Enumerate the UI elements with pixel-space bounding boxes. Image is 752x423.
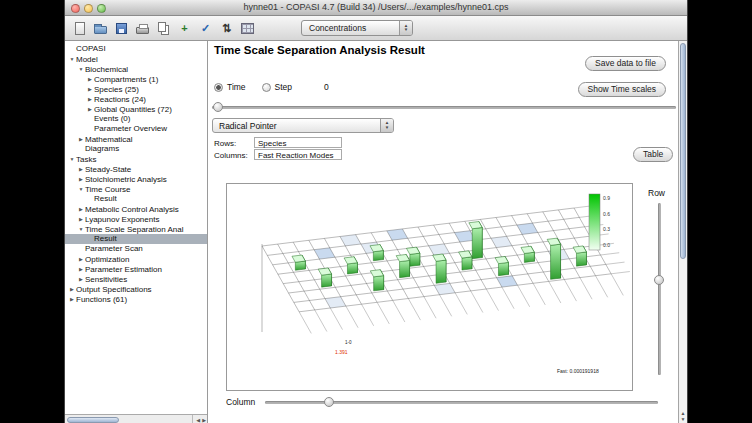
scrollbar-thumb[interactable] <box>67 417 119 423</box>
sidebar: COPASI▼Model▼Biochemical▶Compartments (1… <box>65 41 208 423</box>
disclosure-down-icon[interactable]: ▼ <box>77 224 85 234</box>
save-data-button[interactable]: Save data to file <box>585 56 666 71</box>
sidebar-item-label: Output Specifications <box>76 285 152 294</box>
column-slider[interactable] <box>265 396 658 408</box>
sidebar-item-diagrams[interactable]: Diagrams <box>65 144 207 154</box>
window-vertical-scrollbar[interactable]: ▲▼ <box>678 41 687 423</box>
sidebar-item-label: Functions (61) <box>76 295 127 304</box>
sidebar-item-steady-state[interactable]: ▶Steady-State <box>65 164 207 174</box>
sidebar-item-parameter-overview[interactable]: Parameter Overview <box>65 124 207 134</box>
plot-svg[interactable]: 0.90.60.30.0 1-0 1.391 Fast: 0.000191918 <box>227 184 632 390</box>
disclosure-down-icon[interactable]: ▼ <box>68 54 76 64</box>
column-slider-thumb[interactable] <box>324 397 334 407</box>
scroll-down-icon[interactable]: ▼ <box>681 416 686 422</box>
sidebar-item-parameter-scan[interactable]: Parameter Scan <box>65 244 207 254</box>
titlebar[interactable]: hynne01 - COPASI 4.7 (Build 34) /Users/.… <box>65 0 687 16</box>
disclosure-right-icon[interactable]: ▶ <box>77 204 85 214</box>
time-slider-track[interactable] <box>212 106 676 109</box>
show-time-scales-button[interactable]: Show Time scales <box>578 82 667 97</box>
sidebar-item-lyapunov-exponents[interactable]: ▶Lyapunov Exponents <box>65 214 207 224</box>
scrollbar-arrows[interactable]: ▲▼ <box>679 410 687 422</box>
disclosure-right-icon[interactable]: ▶ <box>77 134 85 144</box>
scroll-left-icon[interactable]: ◀ <box>196 417 200 423</box>
step-radio[interactable] <box>262 83 271 92</box>
sidebar-item-reactions-24[interactable]: ▶Reactions (24) <box>65 94 207 104</box>
page-title: Time Scale Separation Analysis Result <box>214 44 425 56</box>
sidebar-horizontal-scrollbar[interactable]: ◀▶ <box>65 414 207 423</box>
disclosure-down-icon[interactable]: ▼ <box>68 154 76 164</box>
sidebar-item-events-0[interactable]: Events (0) <box>65 114 207 124</box>
scrollbar-thumb[interactable] <box>680 43 686 259</box>
add-icon[interactable]: + <box>176 19 193 37</box>
time-radio-label[interactable]: Time <box>227 82 246 92</box>
row-slider-thumb[interactable] <box>654 275 664 285</box>
sidebar-item-global-quantities-72[interactable]: ▶Global Quantities (72) <box>65 104 207 114</box>
copy-icon[interactable] <box>155 19 172 37</box>
sidebar-item-time-scale-separation-anal[interactable]: ▼Time Scale Separation Anal <box>65 224 207 234</box>
disclosure-right-icon[interactable]: ▶ <box>86 94 94 104</box>
disclosure-right-icon[interactable]: ▶ <box>86 104 94 114</box>
disclosure-down-icon[interactable]: ▼ <box>77 184 85 194</box>
disclosure-right-icon[interactable]: ▶ <box>77 264 85 274</box>
plot-area[interactable]: 0.90.60.30.0 1-0 1.391 Fast: 0.000191918 <box>226 183 633 391</box>
close-button[interactable] <box>71 4 80 13</box>
disclosure-right-icon[interactable]: ▶ <box>77 174 85 184</box>
zoom-button[interactable] <box>97 4 106 13</box>
scrollbar-arrows[interactable]: ◀▶ <box>192 415 206 423</box>
sidebar-item-model[interactable]: ▼Model <box>65 54 207 64</box>
disclosure-right-icon[interactable]: ▶ <box>86 84 94 94</box>
minimize-button[interactable] <box>84 4 93 13</box>
disclosure-right-icon[interactable]: ▶ <box>68 294 76 304</box>
sidebar-item-mathematical[interactable]: ▶Mathematical <box>65 134 207 144</box>
colorbar-legend <box>589 194 600 250</box>
sidebar-item-stoichiometric-analysis[interactable]: ▶Stoichiometric Analysis <box>65 174 207 184</box>
row-slider[interactable] <box>652 203 666 375</box>
result-mode-dropdown[interactable]: Radical Pointer ▲▼ <box>212 118 394 133</box>
sidebar-item-tasks[interactable]: ▼Tasks <box>65 154 207 164</box>
time-slider[interactable] <box>212 101 676 113</box>
sidebar-item-time-course[interactable]: ▼Time Course <box>65 184 207 194</box>
save-icon[interactable] <box>113 19 130 37</box>
dropdown-arrows-icon: ▲▼ <box>380 119 393 132</box>
sidebar-item-metabolic-control-analysis[interactable]: ▶Metabolic Control Analysis <box>65 204 207 214</box>
table-button[interactable]: Table <box>633 147 673 162</box>
sidebar-item-optimization[interactable]: ▶Optimization <box>65 254 207 264</box>
sort-arrows-icon[interactable]: ⇅ <box>218 19 235 37</box>
disclosure-down-icon[interactable]: ▼ <box>77 64 85 74</box>
window-controls <box>71 4 106 13</box>
sidebar-item-species-25[interactable]: ▶Species (25) <box>65 84 207 94</box>
sidebar-item-result[interactable]: Result <box>65 194 207 204</box>
disclosure-right-icon[interactable]: ▶ <box>68 284 76 294</box>
disclosure-right-icon[interactable]: ▶ <box>86 74 94 84</box>
plot-fast-timescale-label: Fast: 0.000191918 <box>557 368 599 374</box>
sidebar-item-label: Biochemical <box>85 65 128 74</box>
sidebar-item-compartments-1[interactable]: ▶Compartments (1) <box>65 74 207 84</box>
disclosure-right-icon[interactable]: ▶ <box>77 164 85 174</box>
sidebar-item-biochemical[interactable]: ▼Biochemical <box>65 64 207 74</box>
sidebar-item-functions-61[interactable]: ▶Functions (61) <box>65 294 207 304</box>
print-icon[interactable] <box>134 19 151 37</box>
new-document-icon[interactable] <box>71 19 88 37</box>
plot-red-value-label: 1.391 <box>335 349 348 355</box>
sidebar-item-sensitivities[interactable]: ▶Sensitivities <box>65 274 207 284</box>
table-icon[interactable] <box>239 19 256 37</box>
disclosure-right-icon[interactable]: ▶ <box>77 254 85 264</box>
row-slider-track[interactable] <box>658 203 661 375</box>
open-folder-icon[interactable] <box>92 19 109 37</box>
sidebar-item-copasi[interactable]: COPASI <box>65 44 207 54</box>
time-radio[interactable] <box>214 83 223 92</box>
svg-text:0.0: 0.0 <box>603 242 610 248</box>
svg-text:0.3: 0.3 <box>603 226 610 232</box>
sidebar-item-label: Global Quantities (72) <box>94 105 172 114</box>
sidebar-item-label: COPASI <box>76 44 106 53</box>
concentrations-dropdown[interactable]: Concentrations ▲▼ <box>301 20 413 36</box>
step-radio-label[interactable]: Step <box>275 82 293 92</box>
time-slider-thumb[interactable] <box>213 102 223 112</box>
scroll-right-icon[interactable]: ▶ <box>202 417 206 423</box>
disclosure-right-icon[interactable]: ▶ <box>77 214 85 224</box>
sidebar-item-parameter-estimation[interactable]: ▶Parameter Estimation <box>65 264 207 274</box>
sidebar-item-result[interactable]: Result <box>65 234 207 244</box>
check-icon[interactable]: ✓ <box>197 19 214 37</box>
sidebar-item-output-specifications[interactable]: ▶Output Specifications <box>65 284 207 294</box>
disclosure-right-icon[interactable]: ▶ <box>77 274 85 284</box>
